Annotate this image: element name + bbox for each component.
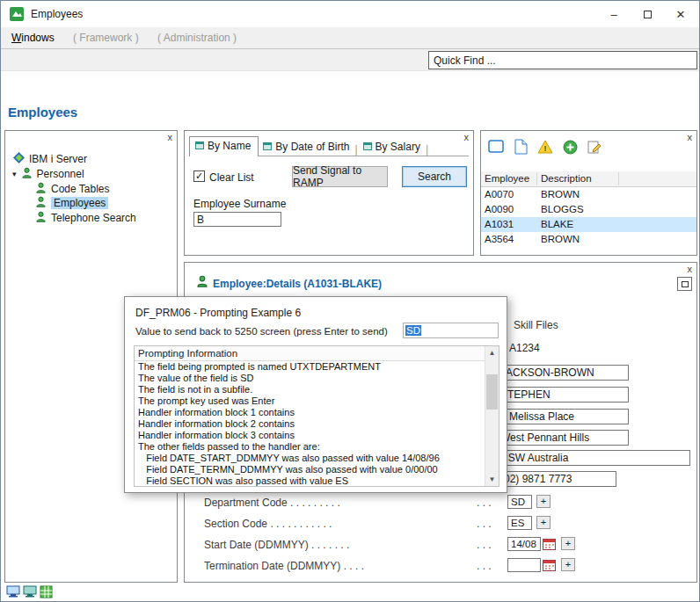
prompt-input[interactable]: SD bbox=[403, 323, 499, 338]
maximize-button[interactable] bbox=[631, 1, 664, 27]
terminal-icon[interactable] bbox=[6, 585, 20, 601]
minimize-button[interactable]: – bbox=[597, 1, 631, 27]
dots: . . . bbox=[477, 539, 492, 551]
search-button[interactable]: Search bbox=[402, 166, 467, 187]
section-label-skill-files: Skill Files bbox=[514, 319, 558, 331]
warning-button[interactable]: ! bbox=[536, 138, 555, 156]
details-panel-close-button[interactable]: x bbox=[688, 263, 693, 276]
section-code-prompt-button[interactable]: + bbox=[536, 516, 551, 529]
list-item[interactable]: The field is not in a subfile. bbox=[135, 384, 485, 395]
close-button[interactable]: ✕ bbox=[664, 1, 697, 27]
app-window: Employees – ✕ Windows ( Framework ) ( Ad… bbox=[0, 0, 700, 602]
restore-icon bbox=[682, 281, 689, 287]
edit-button[interactable] bbox=[585, 138, 604, 156]
termination-date-field[interactable] bbox=[507, 558, 541, 572]
tab-by-date-of-birth[interactable]: By Date of Birth bbox=[259, 138, 354, 156]
results-panel-close-button[interactable]: x bbox=[688, 131, 693, 144]
tree-panel-close-button[interactable]: x bbox=[168, 131, 173, 144]
clear-list-checkbox[interactable]: ✓ bbox=[193, 170, 205, 182]
column-divider[interactable] bbox=[536, 172, 537, 185]
list-header[interactable]: Prompting Information bbox=[135, 346, 485, 361]
section-code-field[interactable]: ES bbox=[507, 516, 532, 530]
maximize-icon bbox=[644, 11, 652, 18]
column-header-employee[interactable]: Employee bbox=[485, 173, 529, 184]
quick-find-box[interactable]: Quick Find ... bbox=[428, 51, 697, 69]
vertical-scrollbar[interactable]: ▲ ▼ bbox=[485, 346, 499, 486]
list-item[interactable]: Field SECTION was also passed with value… bbox=[135, 475, 485, 487]
menu-item-windows[interactable]: Windows bbox=[4, 27, 62, 48]
table-row-selected[interactable]: A1031 BLAKE bbox=[481, 217, 696, 232]
search-tabs: By Name By Date of Birth | By Salary | bbox=[189, 136, 469, 156]
grid-icon[interactable] bbox=[40, 585, 53, 601]
dialog-title: DF_PRM06 - Prompting Example 6 bbox=[135, 307, 301, 319]
tree-item-label-selected: Employees bbox=[51, 197, 108, 209]
department-code-field[interactable]: SD bbox=[507, 495, 532, 509]
street-field[interactable]: 5 Melissa Place bbox=[497, 409, 629, 424]
list-item[interactable]: Handler information block 1 contains bbox=[135, 407, 485, 418]
prompting-dialog: DF_PRM06 - Prompting Example 6 Value to … bbox=[124, 296, 507, 493]
blank-form-button[interactable] bbox=[486, 138, 506, 156]
list-item[interactable]: The value of the field is SD bbox=[135, 373, 485, 384]
department-code-prompt-button[interactable]: + bbox=[536, 495, 551, 508]
tree-item-ibm-i-server[interactable]: IBM i Server bbox=[13, 152, 87, 166]
termination-date-calendar-button[interactable] bbox=[542, 558, 556, 571]
table-row[interactable]: A0070 BROWN bbox=[481, 187, 696, 202]
list-item[interactable]: Handler information block 3 contains bbox=[135, 430, 485, 441]
tree-expand-icon[interactable]: ▾ bbox=[12, 170, 17, 178]
start-date-prompt-button[interactable]: + bbox=[561, 537, 575, 550]
person-icon bbox=[35, 182, 47, 196]
table-row[interactable]: A0090 BLOGGS bbox=[481, 202, 696, 217]
list-item[interactable]: Field DATE_TERMN_DDMMYY was also passed … bbox=[135, 464, 485, 475]
tree-item-code-tables[interactable]: Code Tables bbox=[35, 182, 110, 196]
employee-code-cell: A3564 bbox=[485, 234, 514, 244]
column-divider[interactable] bbox=[618, 172, 619, 185]
phone-field[interactable]: (02) 9871 7773 bbox=[497, 471, 616, 487]
tab-label: By Date of Birth bbox=[275, 141, 349, 153]
list-item[interactable]: The prompt key used was Enter bbox=[135, 395, 485, 407]
tree-item-label: Personnel bbox=[37, 168, 84, 180]
ibm-i-server-icon bbox=[13, 152, 25, 166]
description-cell: BLAKE bbox=[541, 219, 573, 229]
calendar-icon bbox=[543, 538, 556, 550]
add-button[interactable] bbox=[560, 138, 580, 156]
termination-date-label: Termination Date (DDMMYY) . . . . bbox=[204, 560, 364, 572]
termination-date-prompt-button[interactable]: + bbox=[561, 558, 575, 571]
start-date-calendar-button[interactable] bbox=[542, 537, 556, 550]
description-cell: BROWN bbox=[541, 234, 580, 244]
scroll-down-button[interactable]: ▼ bbox=[485, 473, 499, 486]
suburb-field[interactable]: West Pennant Hills bbox=[497, 430, 629, 446]
tree-item-employees[interactable]: Employees bbox=[35, 196, 108, 210]
list-item[interactable]: Handler information block 2 contains bbox=[135, 418, 485, 430]
tab-by-salary[interactable]: By Salary bbox=[359, 138, 425, 156]
tree-item-personnel[interactable]: ▾ Personnel bbox=[12, 167, 84, 181]
tree-item-label: Code Tables bbox=[51, 183, 110, 195]
employee-surname-label: Employee Surname bbox=[193, 198, 286, 210]
description-cell: BLOGGS bbox=[541, 204, 584, 214]
surname-field[interactable]: JACKSON-BROWN bbox=[497, 365, 629, 381]
monitor-icon[interactable] bbox=[23, 585, 37, 601]
restore-button[interactable] bbox=[677, 277, 692, 291]
employee-surname-input[interactable]: B bbox=[193, 212, 281, 227]
dots: . . . bbox=[477, 497, 492, 509]
menu-bar: Windows ( Framework ) ( Administration ) bbox=[1, 27, 699, 48]
list-item[interactable]: The field being prompted is named UTXTDE… bbox=[135, 361, 485, 373]
scroll-up-button[interactable]: ▲ bbox=[485, 346, 499, 359]
start-date-label: Start Date (DDMMYY) . . . . . . . bbox=[204, 539, 349, 551]
person-icon bbox=[196, 275, 208, 290]
scroll-thumb[interactable] bbox=[486, 374, 498, 410]
table-row[interactable]: A3564 BROWN bbox=[481, 232, 696, 247]
employee-code-cell: A0090 bbox=[485, 204, 514, 214]
tree-item-telephone-search[interactable]: Telephone Search bbox=[35, 211, 136, 225]
start-date-field[interactable]: 14/08 bbox=[507, 537, 541, 551]
send-signal-to-ramp-button[interactable]: Send Signal to RAMP bbox=[292, 166, 388, 187]
tab-by-name[interactable]: By Name bbox=[189, 136, 259, 156]
list-item[interactable]: The other fields passed to the handler a… bbox=[135, 441, 485, 453]
state-country-field[interactable]: NSW Australia bbox=[497, 450, 690, 466]
grid-header: Employee Description bbox=[481, 171, 696, 187]
menu-item-administration: ( Administration ) bbox=[149, 27, 244, 48]
list-item[interactable]: Field DATE_START_DDMMYY was also passed … bbox=[135, 453, 485, 464]
column-header-description[interactable]: Description bbox=[541, 173, 592, 184]
document-button[interactable] bbox=[511, 138, 530, 156]
employee-code-cell: A0070 bbox=[485, 189, 514, 199]
given-names-field[interactable]: STEPHEN bbox=[497, 387, 629, 403]
